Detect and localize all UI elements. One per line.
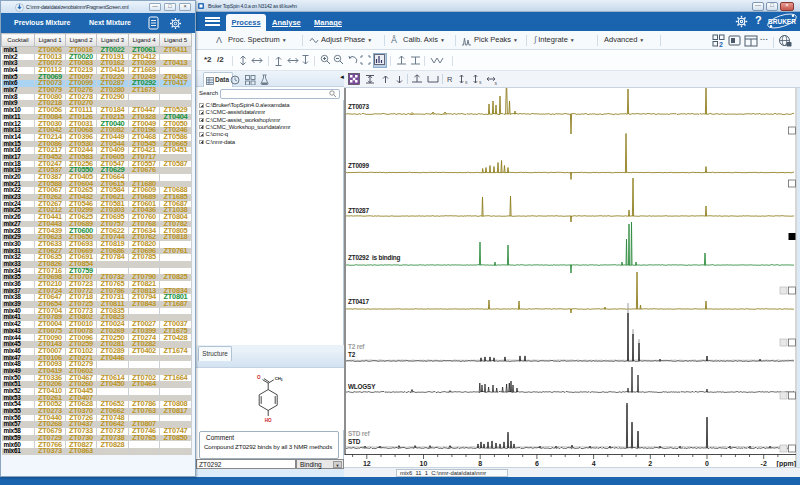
svg-text:2: 2 <box>719 41 723 48</box>
svg-text:T2: T2 <box>348 351 356 358</box>
svg-text:STD: STD <box>348 438 361 445</box>
svg-text:ZT0417: ZT0417 <box>348 298 369 305</box>
svg-text:-2: -2 <box>761 460 767 467</box>
svg-text:s: s <box>479 79 482 84</box>
svg-text:HO: HO <box>265 418 272 423</box>
svg-text:8: 8 <box>478 460 482 467</box>
svg-text:s: s <box>465 79 468 84</box>
svg-text:BRUKER: BRUKER <box>768 18 796 25</box>
svg-text:ZT0292 is binding: ZT0292 is binding <box>348 254 400 262</box>
svg-text:T2 ref: T2 ref <box>348 343 365 350</box>
svg-text:STD ref: STD ref <box>348 430 370 437</box>
svg-text:10: 10 <box>420 460 428 467</box>
svg-text:CH3: CH3 <box>275 376 283 382</box>
svg-text:WLOGSY: WLOGSY <box>348 383 376 390</box>
svg-text:O: O <box>257 375 261 380</box>
svg-text:ZT0287: ZT0287 <box>348 207 369 214</box>
svg-text:ZT0099: ZT0099 <box>348 162 369 169</box>
svg-text:2: 2 <box>648 460 652 467</box>
svg-text:4: 4 <box>592 460 596 467</box>
svg-text:ZT0073: ZT0073 <box>348 103 369 110</box>
svg-text:0: 0 <box>705 460 709 467</box>
svg-text:12: 12 <box>363 460 371 467</box>
svg-text:6: 6 <box>535 460 539 467</box>
svg-text:s: s <box>495 80 498 85</box>
